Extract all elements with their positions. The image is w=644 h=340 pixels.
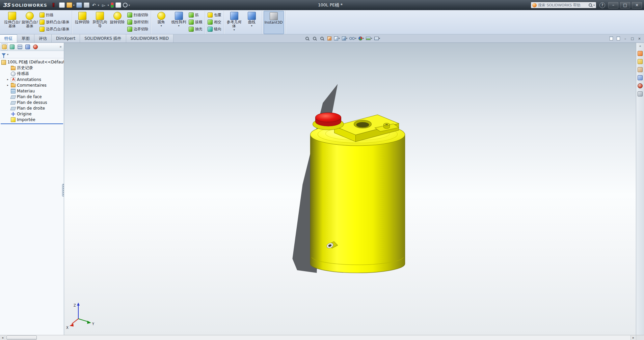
display-style-caret[interactable]: ▾ <box>346 37 347 40</box>
undo-button[interactable]: ↶ <box>91 2 97 8</box>
new-window-button[interactable] <box>608 36 614 41</box>
filter-caret[interactable]: ▾ <box>7 53 8 56</box>
boundary-boss-button[interactable]: 边界凸台/基体 <box>38 26 71 32</box>
tab-evaluate[interactable]: 评估 <box>34 34 52 42</box>
zoom-to-area-button[interactable] <box>311 35 318 42</box>
configuration-manager-tab[interactable] <box>17 44 23 50</box>
extruded-cut-button[interactable]: 拉伸切除 <box>74 11 91 34</box>
minimize-button[interactable]: – <box>608 2 618 8</box>
options-dropdown-caret[interactable]: ▾ <box>129 4 130 7</box>
open-button[interactable] <box>66 2 72 8</box>
instant3d-toggle-button[interactable]: Instant3D <box>264 11 284 34</box>
filter-funnel-icon[interactable] <box>2 53 6 56</box>
design-library-icon[interactable] <box>638 59 643 64</box>
wrap-button[interactable]: 包覆 <box>207 12 222 18</box>
tab-mbd[interactable]: SOLIDWORKS MBD <box>126 34 173 42</box>
tree-root[interactable]: 100L PE桶 (Défaut<<Défaut <box>0 59 64 65</box>
print-button[interactable] <box>84 2 89 8</box>
tank-body[interactable] <box>310 135 405 273</box>
doc-restore-button[interactable]: □ <box>629 36 635 41</box>
orientation-triad[interactable]: Z Y X <box>66 303 95 330</box>
lofted-cut-button[interactable]: 放样切割 <box>126 19 150 25</box>
linear-pattern-button[interactable]: 线性阵列 ▾ <box>170 11 188 34</box>
view-orientation-caret[interactable]: ▾ <box>339 37 340 40</box>
save-button[interactable] <box>76 2 82 8</box>
tree-item-imported[interactable]: Importée <box>0 117 64 122</box>
appearances-icon[interactable] <box>638 83 643 88</box>
hide-show-caret[interactable]: ▾ <box>355 37 356 40</box>
edit-appearance-button[interactable]: ▾ <box>358 35 365 42</box>
open-dropdown-caret[interactable]: ▾ <box>73 4 75 7</box>
swept-boss-button[interactable]: 扫描 <box>38 12 71 18</box>
view-palette-icon[interactable] <box>638 75 643 80</box>
tree-item-material[interactable]: Materiau <box>0 88 64 94</box>
apply-scene-button[interactable]: ▾ <box>365 35 373 42</box>
draft-button[interactable]: 拔模 <box>188 19 204 25</box>
section-view-button[interactable] <box>326 35 333 42</box>
reference-geometry-button[interactable]: 参考几何体 ▾ <box>225 11 243 34</box>
rebuild-button[interactable] <box>111 2 114 8</box>
doc-minimize-button[interactable]: – <box>622 36 628 41</box>
tab-sketch[interactable]: 草图 <box>17 34 34 42</box>
tree-item-right-plane[interactable]: Plan de droite <box>0 105 64 111</box>
search-input[interactable] <box>538 3 587 7</box>
display-style-button[interactable]: ▾ <box>341 35 348 42</box>
rollback-bar[interactable] <box>1 123 63 124</box>
hide-show-items-button[interactable]: ▾ <box>349 35 357 42</box>
tree-item-front-plane[interactable]: Plan de face <box>0 94 64 100</box>
reference-geometry-dropdown-caret[interactable]: ▾ <box>234 29 235 31</box>
shell-button[interactable]: 抽壳 <box>188 26 204 32</box>
model-tank[interactable] <box>310 113 405 273</box>
apply-scene-caret[interactable]: ▾ <box>371 37 372 40</box>
close-button[interactable]: × <box>632 2 642 8</box>
panel-overflow-chevron[interactable]: » <box>59 45 63 49</box>
tree-item-sensors[interactable]: 传感器 <box>0 71 64 77</box>
edit-appearance-caret[interactable]: ▾ <box>363 37 364 40</box>
new-document-button[interactable] <box>59 2 65 8</box>
hole-wizard-button[interactable]: 异型孔向导 <box>91 11 109 34</box>
view-settings-button[interactable]: ▾ <box>374 35 381 42</box>
zoom-to-fit-button[interactable] <box>304 35 311 42</box>
revolved-boss-button[interactable]: 旋转凸台/基体 <box>21 11 38 34</box>
solidworks-resources-icon[interactable] <box>638 51 643 56</box>
help-button[interactable]: ? <box>599 2 605 8</box>
linear-pattern-dropdown-caret[interactable]: ▾ <box>178 25 180 27</box>
swept-cut-button[interactable]: 扫描切除 <box>126 12 150 18</box>
undo-dropdown-caret[interactable]: ▾ <box>98 4 99 7</box>
maximize-button[interactable]: □ <box>620 2 630 8</box>
property-manager-tab[interactable] <box>9 44 16 50</box>
expand-arrow[interactable]: ▸ <box>6 84 9 87</box>
search-dropdown-caret[interactable]: ▾ <box>593 4 595 7</box>
scrollbar-thumb[interactable] <box>6 336 37 340</box>
mirror-button[interactable]: 镜向 <box>207 26 222 32</box>
tab-dimxpert[interactable]: DimXpert <box>52 34 80 42</box>
view-orientation-button[interactable]: ▾ <box>333 35 341 42</box>
tab-addins[interactable]: SOLIDWORKS 插件 <box>80 34 126 42</box>
fillet-button[interactable]: 圆角 ▾ <box>153 11 170 34</box>
cap-top[interactable] <box>315 113 341 122</box>
boundary-cut-button[interactable]: 边界切除 <box>126 26 150 32</box>
file-explorer-icon[interactable] <box>638 67 643 72</box>
select-button[interactable]: ▻ <box>101 2 107 8</box>
rib-button[interactable]: 筋 <box>188 12 204 18</box>
scrollbar-track[interactable] <box>5 335 630 340</box>
tree-item-top-plane[interactable]: Plan de dessus <box>0 100 64 105</box>
extruded-boss-button[interactable]: 拉伸凸台/基体 <box>3 11 21 34</box>
tile-window-button[interactable] <box>615 36 621 41</box>
tree-item-annotations[interactable]: ▸ Annotations <box>0 77 64 82</box>
custom-properties-icon[interactable] <box>638 91 643 96</box>
graphics-area[interactable]: Z Y X <box>64 43 644 335</box>
dimxpert-manager-tab[interactable] <box>24 44 31 50</box>
intersect-button[interactable]: 相交 <box>207 19 222 25</box>
previous-view-button[interactable] <box>319 35 325 42</box>
scroll-left-arrow[interactable]: ◂ <box>0 335 5 340</box>
options-button[interactable] <box>123 3 128 7</box>
select-dropdown-caret[interactable]: ▾ <box>108 4 109 7</box>
task-pane-collapse[interactable]: « <box>639 44 641 48</box>
file-properties-button[interactable] <box>115 2 121 8</box>
tree-item-comments[interactable]: ▸ Commentaires <box>0 82 64 88</box>
curves-button[interactable]: 曲线 ▾ <box>243 11 261 34</box>
doc-close-button[interactable]: × <box>637 36 642 41</box>
revolved-cut-button[interactable]: 旋转切除 <box>109 11 126 34</box>
search-box[interactable]: ▾ <box>531 2 596 8</box>
